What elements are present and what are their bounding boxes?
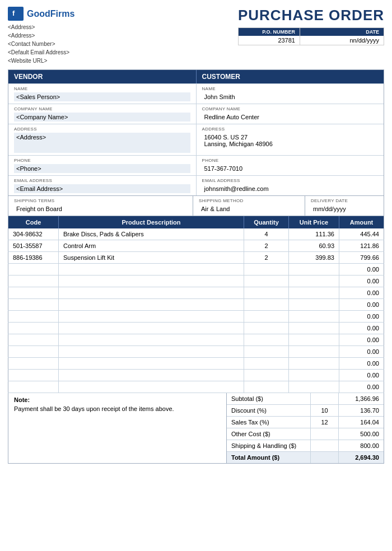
table-header-row: Code Product Description Quantity Unit P… xyxy=(8,216,384,228)
col-header-code: Code xyxy=(8,216,59,228)
empty-amount: 0.00 xyxy=(339,323,384,334)
cell-quantity: 4 xyxy=(244,228,289,240)
delivery-date-value: mm/dd/yyyy xyxy=(311,204,378,213)
items-table: Code Product Description Quantity Unit P… xyxy=(8,216,384,393)
tax-pct: 12 xyxy=(311,417,339,428)
customer-address-line2: Lansing, Michigan 48906 xyxy=(204,141,273,147)
discount-row: Discount (%) 10 136.70 xyxy=(227,405,384,417)
total-value: 2,694.30 xyxy=(339,452,384,463)
discount-value: 136.70 xyxy=(339,405,384,416)
empty-desc xyxy=(59,276,244,287)
po-meta-inner: P.O. NUMBER DATE 23781 nn/dd/yyyy xyxy=(239,28,384,45)
shipping-method-value: Air & Land xyxy=(199,204,299,213)
total-mid xyxy=(311,452,339,463)
shipping-row-total: Shipping & Handling ($) 800.00 xyxy=(227,440,384,452)
empty-desc xyxy=(59,323,244,334)
empty-table-row: 0.00 xyxy=(8,299,384,311)
col-header-amount: Amount xyxy=(339,216,384,228)
delivery-date-label: DELIVERY DATE xyxy=(311,198,378,203)
empty-amount: 0.00 xyxy=(339,381,384,393)
email-row: EMAIL ADDRESS <Email Address> EMAIL ADDR… xyxy=(8,175,384,195)
po-number-value: 23781 xyxy=(239,36,300,45)
vendor-header: VENDOR xyxy=(8,70,197,83)
vendor-email-label: EMAIL ADDRESS xyxy=(14,178,190,183)
empty-price xyxy=(289,264,339,276)
logo-icon: f xyxy=(8,7,24,21)
total-label: Total Amount ($) xyxy=(227,452,311,463)
table-row: 501-35587 Control Arm 2 60.93 121.86 xyxy=(8,240,384,252)
empty-desc xyxy=(59,334,244,346)
empty-qty xyxy=(244,264,289,276)
empty-amount: 0.00 xyxy=(339,334,384,346)
vendor-phone-label: PHONE xyxy=(14,158,190,163)
empty-price xyxy=(289,311,339,323)
shipping-terms-cell: SHIPPING TERMS Freight on Board xyxy=(8,196,193,216)
customer-company-col: COMPANY NAME Redline Auto Center xyxy=(197,104,384,124)
customer-phone-value: 517-367-7010 xyxy=(202,164,379,173)
cell-amount: 445.44 xyxy=(339,228,384,240)
subtotal-row: Subtotal ($) 1,366.96 xyxy=(227,393,384,405)
po-meta-values: 23781 nn/dd/yyyy xyxy=(239,36,384,45)
col-header-unit-price: Unit Price xyxy=(289,216,339,228)
customer-email-col: EMAIL ADDRESS johnsmith@redline.com xyxy=(197,176,384,195)
empty-qty xyxy=(244,276,289,287)
empty-amount: 0.00 xyxy=(339,370,384,381)
customer-address-value: 16040 S. US 27 Lansing, Michigan 48906 xyxy=(202,133,379,153)
empty-desc xyxy=(59,287,244,299)
empty-code xyxy=(8,346,59,358)
cell-quantity: 2 xyxy=(244,240,289,252)
customer-name-value: John Smith xyxy=(202,92,379,101)
empty-code xyxy=(8,334,59,346)
empty-desc xyxy=(59,381,244,393)
empty-amount: 0.00 xyxy=(339,311,384,323)
empty-price xyxy=(289,276,339,287)
empty-qty xyxy=(244,370,289,381)
empty-price xyxy=(289,358,339,370)
empty-amount: 0.00 xyxy=(339,287,384,299)
cell-description: Brake Discs, Pads & Calipers xyxy=(59,228,244,240)
logo-text: GoodFirms xyxy=(27,9,74,19)
address-line1: <Address> xyxy=(8,23,74,31)
customer-company-value: Redline Auto Center xyxy=(202,113,379,122)
phone-row: PHONE <Phone> PHONE 517-367-7010 xyxy=(8,155,384,175)
empty-table-row: 0.00 xyxy=(8,311,384,323)
shipping-row: SHIPPING TERMS Freight on Board SHIPPING… xyxy=(8,196,384,216)
empty-amount: 0.00 xyxy=(339,346,384,358)
po-number-label: P.O. NUMBER xyxy=(239,28,300,36)
vendor-email-value: <Email Address> xyxy=(14,184,190,193)
empty-code xyxy=(8,358,59,370)
customer-header: CUSTOMER xyxy=(197,70,384,83)
empty-code xyxy=(8,370,59,381)
vendor-company-value: <Company Name> xyxy=(14,113,190,122)
shipping-value: 800.00 xyxy=(339,440,384,451)
website-url: <Website URL> xyxy=(8,57,74,65)
vendor-address-col: ADDRESS <Address> xyxy=(8,124,197,155)
empty-desc xyxy=(59,311,244,323)
cell-code: 886-19386 xyxy=(8,252,59,264)
tax-row: Sales Tax (%) 12 164.04 xyxy=(227,417,384,428)
shipping-terms-label: SHIPPING TERMS xyxy=(14,198,187,203)
empty-qty xyxy=(244,323,289,334)
po-meta-header: P.O. NUMBER DATE xyxy=(239,28,384,36)
vendor-company-col: COMPANY NAME <Company Name> xyxy=(8,104,197,124)
empty-table-row: 0.00 xyxy=(8,381,384,393)
left-header: f GoodFirms <Address> <Address> <Contact… xyxy=(8,7,74,65)
empty-price xyxy=(289,346,339,358)
empty-price xyxy=(289,287,339,299)
vendor-address-label: ADDRESS xyxy=(14,127,190,132)
empty-price xyxy=(289,370,339,381)
cell-quantity: 2 xyxy=(244,252,289,264)
empty-amount: 0.00 xyxy=(339,276,384,287)
customer-email-value: johnsmith@redline.com xyxy=(202,184,379,193)
empty-desc xyxy=(59,346,244,358)
customer-address-col: ADDRESS 16040 S. US 27 Lansing, Michigan… xyxy=(197,124,384,155)
empty-table-row: 0.00 xyxy=(8,370,384,381)
empty-code xyxy=(8,323,59,334)
shipping-label: Shipping & Handling ($) xyxy=(227,440,311,451)
other-label: Other Cost ($) xyxy=(227,428,311,440)
footer-section: Note: Payment shall be 30 days upon rece… xyxy=(8,393,384,464)
discount-label: Discount (%) xyxy=(227,405,311,416)
delivery-date-cell: DELIVERY DATE mm/dd/yyyy xyxy=(305,196,384,216)
empty-table-row: 0.00 xyxy=(8,334,384,346)
vendor-company-label: COMPANY NAME xyxy=(14,106,190,111)
